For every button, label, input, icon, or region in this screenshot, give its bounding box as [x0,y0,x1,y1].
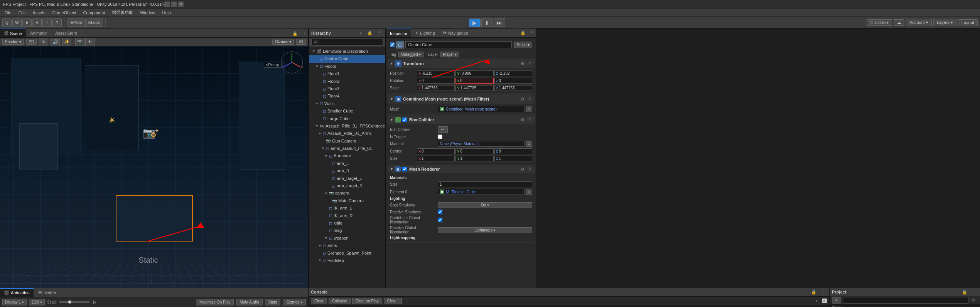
tree-item-arms[interactable]: ▼ ◻ Assault_Rifle_01_Arms [309,130,385,137]
project-more-icon[interactable]: ⋮ [970,288,978,296]
transform-help-btn[interactable]: ? [527,61,532,66]
ratio-dropdown[interactable]: 16:9 ▾ [29,299,45,305]
collider-material-field[interactable]: None (Physic Material) [438,141,525,147]
maximize-on-play-btn[interactable]: Maximize On Play [196,299,234,305]
tree-item-ik-arm-l[interactable]: ◻ IK_arm_L [309,205,385,212]
mesh-renderer-help-btn[interactable]: ? [527,166,532,172]
collapse-btn[interactable]: Collapse [329,298,351,304]
size-z-field[interactable]: Z 1 [494,156,532,161]
tab-animation[interactable]: 🎬 Animation [0,288,34,297]
size-value-mr-field[interactable]: 1 [438,181,532,187]
is-trigger-checkbox[interactable] [438,134,442,139]
contribute-gi-checkbox[interactable] [438,218,442,222]
tree-item-floor3[interactable]: ◻ Floor3 [309,85,385,92]
rotation-x-field[interactable]: X 0 [417,78,455,84]
collider-material-select-btn[interactable]: ⊙ [526,141,532,147]
console-lock-icon[interactable]: 🔒 [810,288,818,296]
tree-item-arm-target-l[interactable]: ◻ arm_target_L [309,175,385,182]
mesh-filter-settings-btn[interactable]: ⚙ [520,96,525,102]
tree-item-camera[interactable]: ▼ 📷 camera [309,190,385,197]
all-dropdown[interactable]: All [296,39,306,45]
edit-collider-btn[interactable]: ✏ [438,126,448,133]
box-collider-enable-checkbox[interactable] [402,117,407,122]
play-button[interactable]: ▶ [469,18,481,27]
center-x-field[interactable]: X 0 [417,148,455,154]
close-button[interactable]: ✕ [178,2,184,7]
tree-item-footstep[interactable]: ▼ ◻ Footstep [309,257,385,264]
tool-e[interactable]: E [22,18,32,27]
shading-mode-dropdown[interactable]: Shaded ▾ [2,39,24,45]
scene-camera-btn[interactable]: 📷 [75,38,84,46]
tree-item-smaller-cube[interactable]: ◻ Smaller Cube [309,107,385,115]
mute-audio-btn[interactable]: Mute Audio [236,299,262,305]
pivot-button[interactable]: ⊕Pivot [67,18,84,27]
menu-enhanced[interactable]: 增强版功能 [109,9,136,16]
tree-item-demoscene[interactable]: ▼ 🎬 DemoScene Decoration [309,48,385,55]
tree-item-grenade[interactable]: ◻ Grenade_Spawn_Point [309,250,385,257]
tool-q[interactable]: Q [2,18,12,27]
tree-item-weapon[interactable]: ▼ ◻ weapon [309,235,385,242]
center-y-field[interactable]: Y 0 [455,148,493,154]
display-dropdown[interactable]: Display 1 ▾ [2,299,27,305]
position-x-field[interactable]: X -6.215 [417,70,455,76]
tree-item-main-camera[interactable]: 📷 Main Camera [309,197,385,205]
cast-shadows-dropdown[interactable]: On ▾ [438,202,532,208]
tab-asset-store[interactable]: Asset Store [51,29,81,37]
receive-shadows-checkbox[interactable] [438,210,442,214]
tree-item-assault-rifle[interactable]: ▼ ◻ arms_assault_rifle_01 [309,145,385,152]
scale-slider[interactable] [59,301,90,303]
inspector-more-icon[interactable]: ⋮ [528,29,536,37]
scene-viewport[interactable]: ☀ 📷 ⚙ ✦ Y X [0,46,308,288]
tab-game[interactable]: 🎮 Game [34,288,60,297]
position-z-field[interactable]: Z -2.182 [494,70,532,76]
tree-item-arm-l[interactable]: ◻ arm_L [309,160,385,167]
hierarchy-more-icon[interactable]: ⋮ [375,29,383,37]
clear-on-play-btn[interactable]: Clear on Play [352,298,382,304]
scale-z-field[interactable]: Z 1.447765 [494,85,532,91]
console-more-icon[interactable]: ⋮ [819,288,827,296]
tree-item-floors[interactable]: ▼ ◻ Floors [309,63,385,70]
tree-item-mag[interactable]: ◻ mag [309,227,385,234]
step-button[interactable]: ⏭ [494,18,505,27]
mesh-renderer-enable-checkbox[interactable] [402,167,407,171]
tree-item-large-cube[interactable]: ◻ Large Cube [309,115,385,122]
account-button[interactable]: Account ▾ [906,19,932,26]
tool-t[interactable]: T [42,18,52,27]
tree-item-gun-camera[interactable]: 📷 Gun Camera [309,138,385,145]
menu-help[interactable]: Help [159,10,174,16]
inspector-lock-icon[interactable]: 🔒 [519,29,527,37]
tool-w[interactable]: W [12,18,22,27]
minimize-button[interactable]: _ [164,2,170,7]
menu-assets[interactable]: Assets [30,10,49,16]
clear-on-build-btn[interactable]: Clea... [384,298,402,304]
tree-item-arms2[interactable]: ▼ ◻ arms [309,242,385,249]
scene-light-btn[interactable]: ☀ [39,38,48,46]
gizmos-dropdown[interactable]: Gizmos ▾ [272,39,294,45]
element0-select-btn[interactable]: ⊙ [526,189,532,195]
tab-animator[interactable]: Animator [26,29,51,37]
receive-gi-dropdown[interactable]: Lightmaps ▾ [438,227,532,233]
project-gear-icon[interactable]: ⚙ [970,296,978,304]
stats-btn[interactable]: Stats [265,299,281,305]
static-dropdown-button[interactable]: Static ▾ [514,42,532,48]
collab-button[interactable]: ⬡ Collab ▾ [867,19,892,26]
mesh-asset-field[interactable]: ▣ Combined Mesh (root: scene) [438,106,525,112]
hierarchy-search-input[interactable] [311,39,383,45]
tree-item-knife[interactable]: ◻ knife [309,220,385,227]
menu-component[interactable]: Component [80,10,108,16]
box-collider-settings-btn[interactable]: ⚙ [520,117,525,122]
mesh-renderer-settings-btn[interactable]: ⚙ [520,166,525,172]
hierarchy-lock-icon[interactable]: 🔒 [366,29,374,37]
object-active-checkbox[interactable] [390,42,395,47]
tree-item-floor4[interactable]: ◻ Floor4 [309,92,385,100]
scale-y-field[interactable]: Y 1.447765 [455,85,493,91]
center-z-field[interactable]: Z 0 [494,148,532,154]
box-collider-header[interactable]: ▼ ⬚ Box Collider ⚙ ? [388,116,535,124]
tree-item-ik-arm-r[interactable]: ◻ IK_arm_R [309,212,385,220]
selected-scene-object[interactable] [116,195,193,242]
console-plus-icon[interactable]: + [813,297,820,305]
tree-item-centre-cube[interactable]: ◻ Centre Cube [309,55,385,62]
rotation-z-field[interactable]: Z 0 [494,78,532,84]
mesh-select-btn[interactable]: ⊙ [526,106,532,112]
tool-r[interactable]: R [32,18,42,27]
